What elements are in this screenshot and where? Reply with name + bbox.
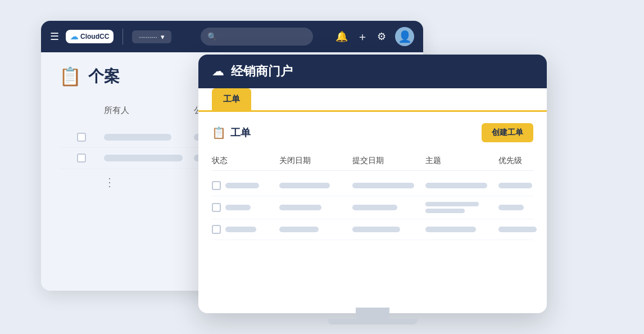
cell-owner [104,134,194,141]
th-checkbox [59,105,104,116]
chevron-down-icon: ▾ [161,33,165,41]
row-checkbox[interactable] [212,225,221,234]
status-bar [225,183,259,188]
portal-table-row [212,175,533,196]
th-close-date: 关闭日期 [279,156,352,166]
cell-bar [104,134,171,141]
status-bar [225,205,251,210]
cell-submit-date [352,227,425,232]
close-date-bar [279,183,330,188]
gear-icon[interactable]: ⚙ [377,30,386,43]
topbar: ☰ ☁ CloudCC ········· ▾ 🔍 🔔 ＋ ⚙ 👤 [41,21,423,52]
priority-bar [498,227,537,232]
cell-submit-date [352,183,425,188]
th-status: 状态 [212,156,279,166]
th-submit-date: 提交日期 [352,156,425,166]
search-icon: 🔍 [207,32,217,41]
page-icon: 📋 [59,66,81,87]
row-checkbox[interactable] [212,181,221,190]
scene: ☰ ☁ CloudCC ········· ▾ 🔍 🔔 ＋ ⚙ 👤 [41,21,603,313]
avatar[interactable]: 👤 [395,27,414,46]
search-bar[interactable]: 🔍 [201,28,313,46]
close-date-bar [279,205,321,210]
cell-subject [425,202,498,213]
logo-badge: ☁ CloudCC [66,30,114,43]
th-priority: 优先级 [498,156,547,166]
section-title-row: 📋 工单 [212,126,251,139]
topbar-divider [123,29,123,44]
cell-subject [425,183,498,188]
create-workorder-button[interactable]: 创建工单 [482,123,533,142]
section-title: 工单 [230,126,251,139]
cloud-logo-icon: ☁ [70,32,78,41]
bell-icon[interactable]: 🔔 [335,30,348,43]
logo-text: CloudCC [80,33,109,40]
portal-header: ☁ 经销商门户 [198,55,547,88]
plus-icon[interactable]: ＋ [357,29,368,44]
submit-date-bar [352,205,397,210]
checkbox-cell[interactable] [59,154,104,163]
subject-bar-2 [425,209,465,213]
th-subject: 主题 [425,156,498,166]
subject-bar [425,183,487,188]
cell-priority [498,183,547,188]
checkbox-cell[interactable] [59,133,104,142]
submit-date-bar [352,183,414,188]
cell-close-date [279,227,352,232]
portal-table-row [212,196,533,219]
tab-workorder[interactable]: 工单 [212,88,251,110]
cell-status [212,203,279,212]
cell-priority [498,205,547,210]
cloud-icon: ☁ [212,64,224,79]
close-date-bar [279,227,319,232]
cell-close-date [279,183,352,188]
cell-bar [104,155,183,161]
cell-owner [104,155,194,161]
section-header: 📋 工单 创建工单 [212,123,533,142]
page-title: 个案 [88,66,120,87]
hamburger-icon[interactable]: ☰ [50,30,59,43]
topbar-icons: 🔔 ＋ ⚙ 👤 [335,27,414,46]
checkbox[interactable] [77,133,86,142]
portal-title: 经销商门户 [231,63,293,80]
checkbox[interactable] [77,154,86,163]
stand-base [328,319,418,324]
subject-bar [425,227,476,232]
cell-priority [498,227,547,232]
nav-dropdown[interactable]: ········· ▾ [132,30,171,43]
front-window: ☁ 经销商门户 工单 📋 工单 创建工单 状态 关闭日期 提交日期 主题 优先级 [198,55,547,313]
portal-content: 📋 工单 创建工单 状态 关闭日期 提交日期 主题 优先级 [198,112,547,251]
nav-dropdown-text: ········· [139,33,157,41]
priority-bar [498,205,524,210]
th-owner: 所有人 [104,105,194,116]
priority-bar [498,183,532,188]
monitor-stand [198,308,547,324]
portal-table-header: 状态 关闭日期 提交日期 主题 优先级 [212,151,533,171]
cell-status [212,225,279,234]
cell-subject [425,227,498,232]
submit-date-bar [352,227,400,232]
cell-status [212,181,279,190]
tabs-row: 工单 [198,88,547,112]
subject-bar-1 [425,202,479,206]
portal-table-row [212,219,533,240]
status-bar [225,227,256,232]
section-icon: 📋 [212,126,226,139]
stand-neck [356,308,389,319]
cell-close-date [279,205,352,210]
cell-submit-date [352,205,425,210]
row-checkbox[interactable] [212,203,221,212]
